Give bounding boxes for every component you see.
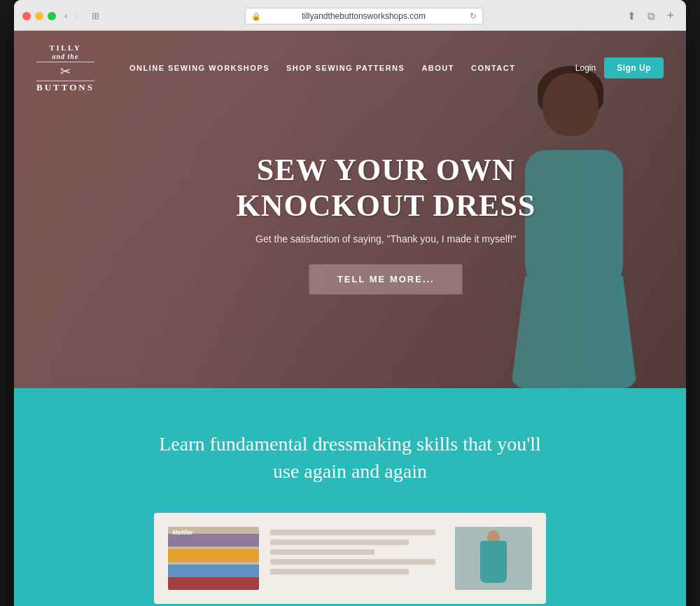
content-strip-5 bbox=[270, 569, 409, 574]
share-button[interactable]: ⬆ bbox=[624, 7, 640, 25]
main-nav: TILLY and the ✂ BUTTONS ONLINE SEWING WO… bbox=[14, 31, 686, 106]
signup-button[interactable]: Sign Up bbox=[604, 57, 664, 78]
hero-headline-line1: SEW YOUR OWN bbox=[257, 153, 515, 187]
browser-nav-buttons: ‹ › bbox=[62, 9, 82, 22]
logo-tilly: TILLY bbox=[36, 43, 94, 53]
website-content: TILLY and the ✂ BUTTONS ONLINE SEWING WO… bbox=[14, 31, 686, 606]
nav-workshops[interactable]: ONLINE SEWING WORKSHOPS bbox=[130, 64, 270, 72]
cta-button[interactable]: TELL ME MORE... bbox=[309, 264, 463, 294]
minimize-button[interactable] bbox=[35, 12, 43, 20]
content-strip-4 bbox=[270, 559, 435, 565]
teal-headline: Learn fundamental dressmaking skills tha… bbox=[147, 430, 553, 485]
dress-preview bbox=[472, 530, 514, 583]
add-tab-button[interactable]: + bbox=[663, 7, 678, 25]
preview-content bbox=[270, 527, 444, 574]
forward-button[interactable]: › bbox=[73, 9, 81, 22]
view-toggle-button[interactable]: ⊞ bbox=[88, 9, 104, 22]
browser-chrome: ‹ › ⊞ 🔒 tillyandthebuttonsworkshops.com … bbox=[14, 0, 686, 31]
traffic-lights bbox=[22, 12, 56, 20]
reload-icon[interactable]: ↻ bbox=[470, 11, 477, 21]
pkg-strip-3 bbox=[168, 565, 259, 577]
browser-window: ‹ › ⊞ 🔒 tillyandthebuttonsworkshops.com … bbox=[14, 0, 686, 606]
hero-section: TILLY and the ✂ BUTTONS ONLINE SEWING WO… bbox=[14, 31, 686, 388]
content-strip-3 bbox=[270, 549, 374, 555]
nav-auth: Login Sign Up bbox=[575, 57, 664, 78]
hero-headline-line2: KNOCKOUT DRESS bbox=[237, 188, 536, 223]
nav-about[interactable]: ABOUT bbox=[421, 64, 454, 72]
hero-content: SEW YOUR OWN KNOCKOUT DRESS Get the sati… bbox=[237, 153, 536, 294]
nav-patterns[interactable]: SHOP SEWING PATTERNS bbox=[286, 64, 405, 72]
url-text: tillyandthebuttonsworkshops.com bbox=[302, 11, 426, 21]
lock-icon: 🔒 bbox=[251, 11, 261, 20]
logo[interactable]: TILLY and the ✂ BUTTONS bbox=[36, 43, 94, 93]
preview-image-left: Mettler bbox=[168, 527, 259, 590]
new-tab-button[interactable]: ⧉ bbox=[644, 7, 659, 25]
mannequin-body bbox=[480, 541, 507, 583]
nav-links: ONLINE SEWING WORKSHOPS SHOP SEWING PATT… bbox=[130, 64, 575, 72]
close-button[interactable] bbox=[22, 12, 31, 20]
logo-buttons: BUTTONS bbox=[36, 82, 94, 93]
teal-section: Learn fundamental dressmaking skills tha… bbox=[14, 388, 686, 606]
pkg-strip-4 bbox=[168, 577, 259, 590]
nav-contact[interactable]: CONTACT bbox=[471, 64, 515, 72]
login-link[interactable]: Login bbox=[575, 63, 596, 73]
scissors-icon: ✂ bbox=[36, 64, 94, 79]
content-strip-1 bbox=[270, 530, 435, 535]
address-bar-container: 🔒 tillyandthebuttonsworkshops.com ↻ bbox=[109, 8, 619, 25]
browser-actions: ⬆ ⧉ + bbox=[624, 7, 678, 25]
preview-card: Mettler bbox=[154, 513, 546, 604]
pkg-strip-2 bbox=[168, 549, 259, 562]
content-strip-2 bbox=[270, 539, 409, 545]
hero-headline: SEW YOUR OWN KNOCKOUT DRESS bbox=[237, 153, 536, 223]
preview-image-right bbox=[455, 527, 532, 590]
hero-subtext: Get the satisfaction of saying, "Thank y… bbox=[237, 233, 536, 245]
logo-and: and the bbox=[36, 53, 94, 61]
back-button[interactable]: ‹ bbox=[62, 9, 70, 22]
fullscreen-button[interactable] bbox=[48, 12, 56, 20]
address-bar[interactable]: 🔒 tillyandthebuttonsworkshops.com ↻ bbox=[245, 8, 483, 25]
